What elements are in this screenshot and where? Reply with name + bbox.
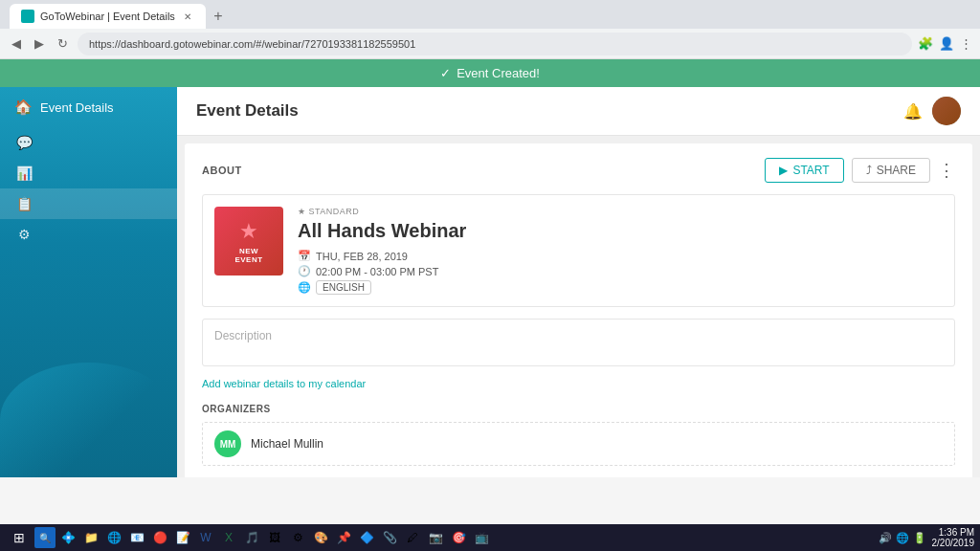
start-button-taskbar[interactable]: ⊞	[6, 528, 33, 547]
taskbar-icon-app6[interactable]: 🎯	[448, 527, 469, 548]
profile-icon[interactable]: 👤	[939, 36, 954, 51]
sidebar-home-icon[interactable]: 🏠	[14, 99, 33, 116]
taskbar-icon-ps[interactable]: 🎨	[310, 527, 331, 548]
event-info: ★ STANDARD All Hands Webinar 📅 THU, FEB …	[298, 207, 943, 295]
taskbar-sys-icons: 🔊 🌐 🔋	[879, 532, 926, 544]
organizer-avatar: MM	[214, 430, 241, 457]
event-date: THU, FEB 28, 2019	[316, 251, 408, 262]
new-tab-button[interactable]: +	[206, 4, 231, 29]
globe-icon: 🌐	[298, 281, 311, 294]
start-button[interactable]: ▶ START	[765, 158, 843, 183]
taskbar-icon-search[interactable]: 🔍	[34, 527, 56, 548]
content-header: Event Details 🔔	[177, 87, 980, 136]
network-icon[interactable]: 🌐	[896, 532, 909, 544]
settings-icon: ⚙	[14, 227, 33, 242]
notification-bell-icon[interactable]: 🔔	[903, 102, 923, 121]
time-display: 1:36 PM	[939, 527, 974, 538]
taskbar-icon-red[interactable]: 🔴	[149, 527, 170, 548]
sidebar-decoration	[0, 363, 177, 477]
calendar-icon: 📅	[298, 250, 311, 262]
taskbar-icon-app4[interactable]: 🖊	[402, 527, 423, 548]
tab-bar: GoToWebinar | Event Details ✕ +	[0, 0, 980, 29]
active-tab[interactable]: GoToWebinar | Event Details ✕	[10, 4, 206, 29]
taskbar-icon-gear[interactable]: ⚙	[287, 527, 308, 548]
taskbar-icon-app2[interactable]: 🔷	[356, 527, 377, 548]
play-icon: ▶	[779, 164, 788, 177]
success-message: Event Created!	[457, 66, 540, 80]
volume-icon[interactable]: 🔊	[879, 532, 892, 544]
taskbar-icon-cortana[interactable]: 💠	[57, 527, 78, 548]
menu-icon[interactable]: ⋮	[960, 36, 972, 51]
share-icon: ⤴	[866, 164, 872, 177]
event-date-row: 📅 THU, FEB 28, 2019	[298, 250, 943, 262]
taskbar-icons: 🔍 💠 📁 🌐 📧 🔴 📝 W X 🎵 🖼 ⚙ 🎨 📌 🔷 📎 🖊 📷 🎯 📺	[34, 527, 492, 548]
taskbar-icon-photo[interactable]: 🖼	[264, 527, 285, 548]
forward-button[interactable]: ▶	[31, 34, 48, 53]
taskbar-icon-app1[interactable]: 📌	[333, 527, 354, 548]
event-language: ENGLISH	[323, 282, 365, 293]
taskbar: ⊞ 🔍 💠 📁 🌐 📧 🔴 📝 W X 🎵 🖼 ⚙ 🎨 📌 🔷 📎 🖊 📷 🎯 …	[0, 524, 980, 551]
about-section: ABOUT ▶ START ⤴ SHARE ⋮ ★ NEW	[185, 143, 972, 477]
page-title: Event Details	[196, 101, 299, 121]
taskbar-clock: 1:36 PM 2/20/2019	[932, 527, 975, 548]
event-time-row: 🕐 02:00 PM - 03:00 PM PST	[298, 265, 943, 277]
star-icon: ★	[239, 219, 258, 244]
success-checkmark: ✓	[440, 66, 451, 80]
event-title: All Hands Webinar	[298, 220, 943, 242]
taskbar-icon-excel[interactable]: X	[218, 527, 239, 548]
event-card: ★ NEWEVENT ★ STANDARD All Hands Webinar …	[202, 194, 955, 307]
event-thumbnail: ★ NEWEVENT	[214, 207, 283, 276]
address-bar: ◀ ▶ ↻ 🧩 👤 ⋮	[0, 29, 980, 59]
sidebar-item-chat[interactable]: 💬	[0, 127, 177, 158]
description-placeholder: Description	[214, 329, 272, 342]
taskbar-icon-media[interactable]: 🎵	[241, 527, 262, 548]
more-options-button[interactable]: ⋮	[938, 160, 955, 181]
extensions-icon[interactable]: 🧩	[918, 36, 933, 51]
sidebar-item-stats[interactable]: 📊	[0, 158, 177, 188]
event-language-row: 🌐 ENGLISH	[298, 280, 943, 295]
sidebar: 🏠 Event Details 💬 📊 📋 ⚙	[0, 87, 177, 477]
sidebar-header: 🏠 Event Details	[0, 87, 177, 123]
organizer-initials: MM	[220, 439, 236, 450]
tab-title: GoToWebinar | Event Details	[40, 11, 175, 22]
url-bar[interactable]	[78, 33, 912, 55]
organizers-section: ORGANIZERS MM Michael Mullin	[202, 404, 955, 466]
sidebar-item-settings[interactable]: ⚙	[0, 219, 177, 250]
event-meta: 📅 THU, FEB 28, 2019 🕐 02:00 PM - 03:00 P…	[298, 250, 943, 295]
tab-close-button[interactable]: ✕	[181, 10, 194, 23]
event-standard-label: ★ STANDARD	[298, 207, 943, 216]
organizers-label: ORGANIZERS	[202, 404, 955, 414]
taskbar-icon-app7[interactable]: 📺	[471, 527, 492, 548]
calendar-link[interactable]: Add webinar details to my calendar	[202, 378, 366, 389]
header-actions: 🔔	[903, 97, 961, 125]
about-label: ABOUT	[202, 165, 242, 176]
event-thumb-text: NEWEVENT	[234, 247, 262, 264]
events-icon: 📋	[14, 196, 33, 211]
sidebar-item-events[interactable]: 📋	[0, 188, 177, 219]
chat-icon: 💬	[14, 135, 33, 150]
language-badge: ENGLISH	[316, 280, 371, 295]
description-area[interactable]: Description	[202, 319, 955, 366]
share-button[interactable]: ⤴ SHARE	[852, 158, 930, 183]
sidebar-title: Event Details	[40, 100, 114, 115]
refresh-button[interactable]: ↻	[54, 34, 72, 53]
sidebar-nav: 💬 📊 📋 ⚙	[0, 123, 177, 253]
taskbar-icon-explorer[interactable]: 📁	[80, 527, 101, 548]
battery-icon[interactable]: 🔋	[913, 532, 926, 544]
main-content: Event Details 🔔 ABOUT ▶ START ⤴	[177, 87, 980, 477]
app-layout: 🏠 Event Details 💬 📊 📋 ⚙ Event Details 🔔	[0, 87, 980, 477]
taskbar-icon-chrome[interactable]: 🌐	[103, 527, 124, 548]
taskbar-icon-app5[interactable]: 📷	[425, 527, 446, 548]
taskbar-icon-word[interactable]: W	[195, 527, 216, 548]
action-buttons: ▶ START ⤴ SHARE ⋮	[765, 158, 955, 183]
stats-icon: 📊	[14, 165, 33, 181]
taskbar-icon-email[interactable]: 📧	[126, 527, 147, 548]
clock-icon: 🕐	[298, 265, 311, 277]
taskbar-icon-app3[interactable]: 📎	[379, 527, 400, 548]
event-time: 02:00 PM - 03:00 PM PST	[316, 266, 438, 277]
organizer-row: MM Michael Mullin	[202, 422, 955, 466]
success-banner: ✓ Event Created!	[0, 59, 980, 87]
user-avatar[interactable]	[932, 97, 961, 125]
back-button[interactable]: ◀	[8, 34, 25, 53]
taskbar-icon-notepad[interactable]: 📝	[172, 527, 193, 548]
